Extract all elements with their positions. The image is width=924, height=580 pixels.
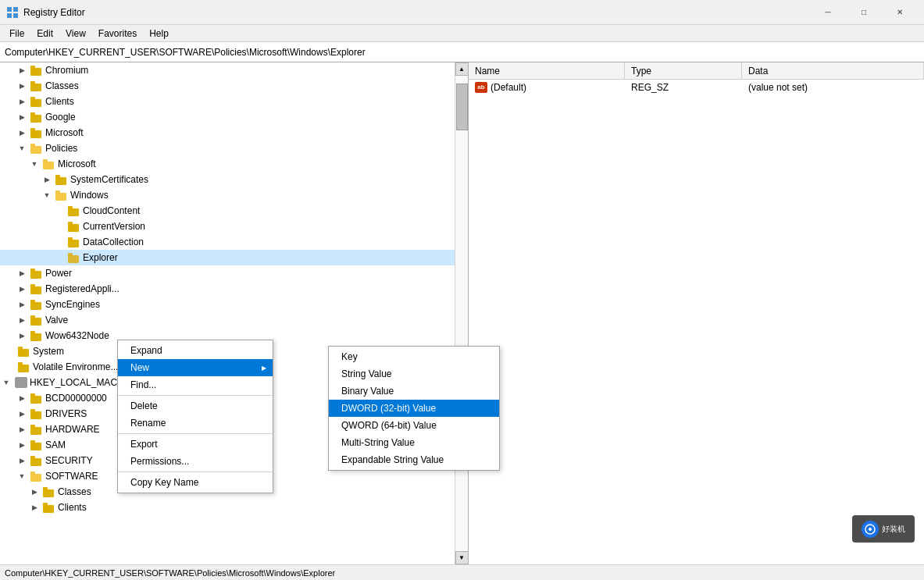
watermark-text: 好装机 bbox=[882, 524, 905, 535]
ctx-permissions-label: Permissions... bbox=[130, 456, 189, 467]
menu-view[interactable]: View bbox=[59, 27, 92, 41]
sub-dword[interactable]: DWORD (32-bit) Value bbox=[329, 400, 499, 417]
tree-label: Classes bbox=[58, 486, 91, 497]
expand-icon[interactable]: ▼ bbox=[41, 189, 53, 201]
tree-item-classes[interactable]: ▶ Classes bbox=[0, 78, 468, 94]
expand-icon[interactable]: ▶ bbox=[16, 298, 28, 311]
menu-edit[interactable]: Edit bbox=[30, 27, 59, 41]
ctx-new[interactable]: New ▶ bbox=[118, 359, 273, 376]
tree-label: Volatile Environme... bbox=[33, 361, 118, 372]
tree-item-policies-microsoft[interactable]: ▼ Microsoft bbox=[0, 156, 468, 172]
registry-row-default[interactable]: ab (Default) REG_SZ (value not set) bbox=[469, 80, 924, 95]
expand-icon[interactable]: ▶ bbox=[16, 454, 28, 467]
expand-icon[interactable]: ▶ bbox=[16, 423, 28, 436]
expand-icon[interactable]: ▼ bbox=[28, 158, 41, 170]
expand-icon[interactable]: ▶ bbox=[16, 95, 28, 108]
watermark-icon bbox=[862, 521, 879, 538]
tree-label: Valve bbox=[45, 315, 68, 326]
folder-icon bbox=[30, 455, 43, 466]
tree-item-software-clients[interactable]: ▶ Clients bbox=[0, 500, 468, 515]
expand-icon[interactable]: ▶ bbox=[16, 111, 28, 123]
folder-icon bbox=[43, 158, 55, 169]
expand-icon[interactable]: ▶ bbox=[28, 501, 41, 514]
sub-key[interactable]: Key bbox=[329, 348, 499, 365]
column-header: Name Type Data bbox=[469, 62, 924, 80]
tree-item-registeredappli[interactable]: ▶ RegisteredAppli... bbox=[0, 281, 468, 297]
sub-expandstring[interactable]: Expandable String Value bbox=[329, 451, 499, 468]
scrollbar-track[interactable] bbox=[455, 76, 469, 551]
tree-item-clients[interactable]: ▶ Clients bbox=[0, 94, 468, 109]
expand-icon[interactable]: ▶ bbox=[16, 392, 28, 404]
folder-icon bbox=[30, 408, 43, 419]
expand-icon[interactable]: ▼ bbox=[0, 376, 12, 389]
expand-icon[interactable]: ▶ bbox=[16, 64, 28, 77]
scroll-up-button[interactable]: ▲ bbox=[455, 62, 469, 76]
sub-string[interactable]: String Value bbox=[329, 365, 499, 383]
folder-icon bbox=[30, 299, 43, 310]
expand-icon[interactable]: ▶ bbox=[16, 329, 28, 342]
address-bar: Computer\HKEY_CURRENT_USER\SOFTWARE\Poli… bbox=[0, 42, 924, 62]
tree-item-currentversion[interactable]: ▶ CurrentVersion bbox=[0, 219, 468, 234]
expand-icon[interactable]: ▶ bbox=[16, 314, 28, 326]
sub-qword[interactable]: QWORD (64-bit) Value bbox=[329, 417, 499, 434]
maximize-button[interactable]: □ bbox=[846, 0, 882, 25]
ctx-rename[interactable]: Rename bbox=[118, 415, 273, 432]
tree-item-datacollection[interactable]: ▶ DataCollection bbox=[0, 234, 468, 250]
scroll-down-button[interactable]: ▼ bbox=[455, 551, 469, 564]
tree-item-syncengines[interactable]: ▶ SyncEngines bbox=[0, 297, 468, 312]
sub-multistring[interactable]: Multi-String Value bbox=[329, 434, 499, 451]
expand-icon[interactable]: ▶ bbox=[16, 439, 28, 451]
tree-item-cloudcontent[interactable]: ▶ CloudContent bbox=[0, 203, 468, 219]
ctx-expand[interactable]: Expand bbox=[118, 342, 273, 359]
ctx-find[interactable]: Find... bbox=[118, 376, 273, 393]
menu-file[interactable]: File bbox=[3, 27, 30, 41]
expand-icon[interactable]: ▶ bbox=[28, 486, 41, 498]
scrollbar-thumb[interactable] bbox=[456, 84, 468, 130]
tree-item-chromium[interactable]: ▶ Chromium bbox=[0, 62, 468, 78]
sub-multistring-label: Multi-String Value bbox=[341, 437, 415, 448]
folder-icon bbox=[68, 237, 80, 247]
tree-item-google[interactable]: ▶ Google bbox=[0, 109, 468, 125]
tree-item-policies[interactable]: ▼ Policies bbox=[0, 141, 468, 156]
sub-binary-label: Binary Value bbox=[341, 386, 394, 397]
minimize-button[interactable]: ─ bbox=[810, 0, 846, 25]
close-button[interactable]: ✕ bbox=[882, 0, 918, 25]
status-bar: Computer\HKEY_CURRENT_USER\SOFTWARE\Poli… bbox=[0, 564, 924, 580]
expand-icon[interactable]: ▶ bbox=[41, 173, 53, 186]
tree-label: SECURITY bbox=[45, 455, 93, 466]
ctx-permissions[interactable]: Permissions... bbox=[118, 453, 273, 470]
tree-item-systemcerts[interactable]: ▶ SystemCertificates bbox=[0, 172, 468, 187]
tree-label: Microsoft bbox=[58, 158, 96, 169]
tree-item-explorer[interactable]: ▶ Explorer bbox=[0, 250, 468, 265]
sub-expandstring-label: Expandable String Value bbox=[341, 454, 444, 465]
folder-icon bbox=[43, 502, 55, 513]
tree-item-microsoft[interactable]: ▶ Microsoft bbox=[0, 125, 468, 141]
tree-label: BCD00000000 bbox=[45, 393, 107, 404]
expand-icon[interactable]: ▶ bbox=[16, 80, 28, 92]
menu-help[interactable]: Help bbox=[143, 27, 175, 41]
context-menu: Expand New ▶ Find... Delete Rename Expor… bbox=[117, 340, 273, 493]
ctx-export[interactable]: Export bbox=[118, 436, 273, 453]
expand-icon[interactable]: ▼ bbox=[16, 142, 28, 155]
tree-label: Power bbox=[45, 268, 72, 279]
col-header-type: Type bbox=[625, 62, 742, 79]
folder-icon bbox=[30, 393, 43, 404]
expand-icon[interactable]: ▶ bbox=[16, 283, 28, 295]
expand-icon[interactable]: ▼ bbox=[16, 470, 28, 482]
expand-icon[interactable]: ▶ bbox=[16, 267, 28, 279]
ctx-copykey[interactable]: Copy Key Name bbox=[118, 474, 273, 491]
tree-item-valve[interactable]: ▶ Valve bbox=[0, 312, 468, 328]
watermark: 好装机 bbox=[852, 515, 915, 543]
expand-icon[interactable]: ▶ bbox=[16, 407, 28, 420]
sub-binary[interactable]: Binary Value bbox=[329, 383, 499, 400]
address-path: Computer\HKEY_CURRENT_USER\SOFTWARE\Poli… bbox=[5, 47, 366, 58]
svg-rect-1 bbox=[13, 7, 18, 12]
tree-item-power[interactable]: ▶ Power bbox=[0, 265, 468, 281]
svg-rect-2 bbox=[7, 13, 12, 18]
ctx-rename-label: Rename bbox=[130, 418, 166, 429]
menu-favorites[interactable]: Favorites bbox=[92, 27, 143, 41]
ctx-delete[interactable]: Delete bbox=[118, 397, 273, 415]
expand-icon[interactable]: ▶ bbox=[16, 126, 28, 139]
reg-data-cell: (value not set) bbox=[742, 80, 924, 95]
tree-item-windows[interactable]: ▼ Windows bbox=[0, 187, 468, 203]
